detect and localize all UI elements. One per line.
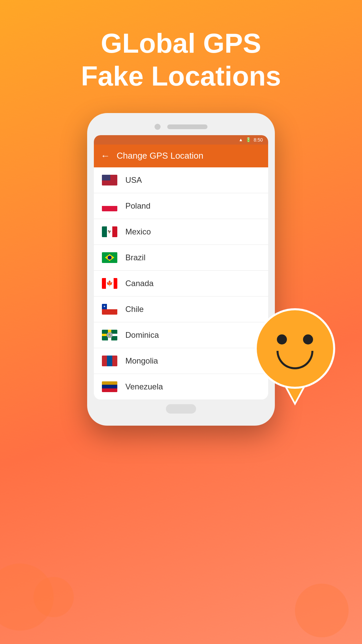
phone-mockup: ▲ 🔋 8:50 ← Change GPS Location USA: [0, 113, 362, 426]
status-time: 8:50: [254, 137, 263, 143]
country-name-canada: Canada: [125, 279, 154, 288]
mascot-eye-right: [303, 334, 313, 344]
country-item-usa[interactable]: USA: [94, 167, 268, 193]
mascot: [255, 308, 342, 409]
flag-mongolia: [102, 356, 117, 366]
phone-frame: ▲ 🔋 8:50 ← Change GPS Location USA: [87, 113, 275, 426]
decorative-circle-2: [34, 577, 74, 617]
phone-screen: ▲ 🔋 8:50 ← Change GPS Location USA: [94, 135, 268, 399]
country-name-poland: Poland: [125, 201, 150, 211]
country-item-mongolia[interactable]: Mongolia: [94, 348, 268, 374]
toolbar-title: Change GPS Location: [117, 151, 203, 161]
title-line2: Fake Locations: [81, 61, 281, 91]
flag-usa: [102, 175, 117, 185]
country-item-canada[interactable]: 🍁 Canada: [94, 271, 268, 297]
country-name-mongolia: Mongolia: [125, 356, 158, 366]
flag-venezuela: [102, 381, 117, 392]
country-item-chile[interactable]: ★ Chile: [94, 297, 268, 322]
back-button[interactable]: ←: [101, 151, 110, 161]
signal-icon: ▲: [239, 137, 243, 142]
country-name-brazil: Brazil: [125, 253, 145, 262]
home-button[interactable]: [166, 404, 196, 414]
country-item-brazil[interactable]: Brazil: [94, 245, 268, 271]
phone-speaker: [167, 124, 207, 129]
country-list: USA Poland 🦅 Me: [94, 167, 268, 399]
battery-icon: 🔋: [246, 137, 251, 142]
flag-mexico: 🦅: [102, 226, 117, 237]
country-name-mexico: Mexico: [125, 227, 151, 236]
country-name-chile: Chile: [125, 305, 144, 314]
status-bar: ▲ 🔋 8:50: [94, 135, 268, 145]
flag-canada: 🍁: [102, 278, 117, 289]
country-name-dominica: Dominica: [125, 330, 159, 340]
country-item-mexico[interactable]: 🦅 Mexico: [94, 219, 268, 245]
flag-poland: [102, 201, 117, 211]
app-toolbar: ← Change GPS Location: [94, 145, 268, 167]
app-title: GLobal GPS Fake Locations: [0, 27, 362, 93]
country-name-usa: USA: [125, 175, 142, 185]
title-line1: GLobal GPS: [101, 28, 261, 58]
country-item-dominica[interactable]: 🦜 Dominica: [94, 322, 268, 348]
flag-dominica: 🦜: [102, 330, 117, 340]
flag-chile: ★: [102, 304, 117, 315]
country-item-venezuela[interactable]: Venezuela: [94, 374, 268, 399]
decorative-circle-3: [295, 584, 349, 637]
app-header: GLobal GPS Fake Locations: [0, 0, 362, 113]
country-name-venezuela: Venezuela: [125, 382, 163, 391]
mascot-smile: [277, 351, 313, 369]
flag-brazil: [102, 252, 117, 263]
mascot-eye-left: [277, 334, 287, 344]
country-item-poland[interactable]: Poland: [94, 193, 268, 219]
phone-top-bar: [94, 120, 268, 135]
phone-bottom-bar: [94, 399, 268, 419]
phone-camera: [155, 124, 161, 130]
